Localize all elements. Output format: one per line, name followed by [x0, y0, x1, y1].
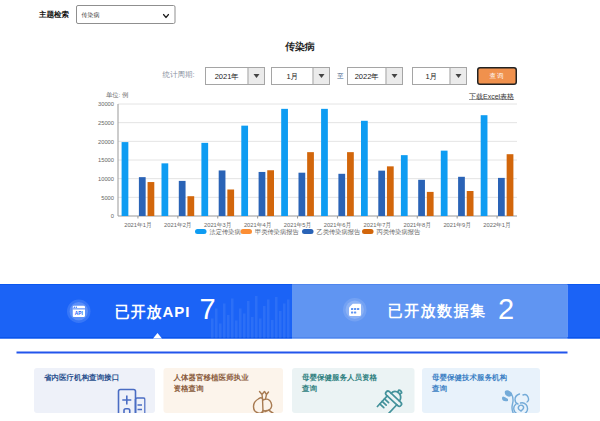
- svg-text:0: 0: [111, 213, 114, 219]
- svg-text:2021年2月: 2021年2月: [164, 222, 192, 229]
- svg-text:丙类传染病报告: 丙类传染病报告: [377, 228, 422, 236]
- svg-text:30000: 30000: [98, 101, 114, 107]
- svg-text:15000: 15000: [98, 157, 114, 163]
- svg-text:20000: 20000: [98, 139, 114, 145]
- svg-text:2021年9月: 2021年9月: [443, 222, 471, 229]
- svg-text:单位: 例: 单位: 例: [106, 91, 128, 99]
- svg-text:API: API: [75, 311, 83, 316]
- svg-text:乙类传染病报告: 乙类传染病报告: [317, 228, 362, 236]
- svg-text:10000: 10000: [98, 176, 114, 182]
- svg-text:法定传染病: 法定传染病: [209, 228, 241, 236]
- svg-text:2022年1月: 2022年1月: [483, 222, 511, 229]
- svg-text:25000: 25000: [98, 120, 114, 126]
- svg-text:5000: 5000: [101, 195, 114, 201]
- svg-text:2021年1月: 2021年1月: [124, 222, 152, 229]
- svg-text:甲类传染病报告: 甲类传染病报告: [255, 228, 300, 236]
